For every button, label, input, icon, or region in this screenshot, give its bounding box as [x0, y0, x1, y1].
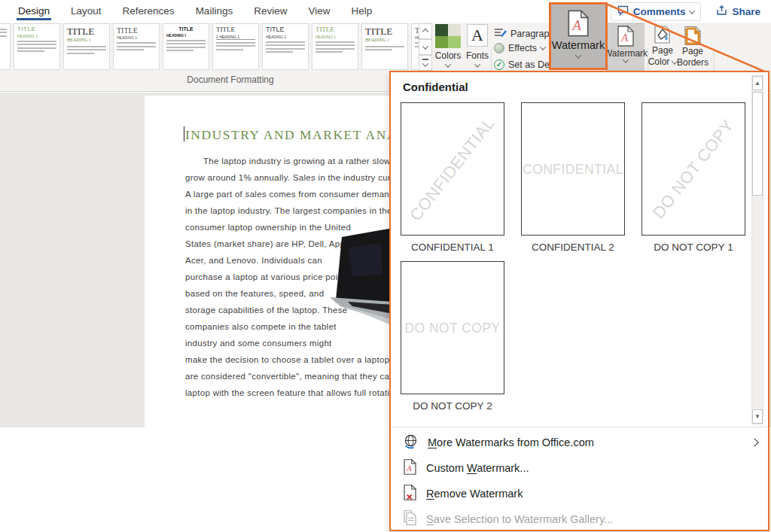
- tab-layout[interactable]: Layout: [60, 0, 112, 23]
- share-button[interactable]: Share: [712, 3, 765, 20]
- globe-icon: [404, 434, 418, 451]
- menu-item-custom-watermark[interactable]: A Custom Watermark...: [391, 455, 768, 481]
- tab-review[interactable]: Review: [243, 0, 297, 23]
- comments-button[interactable]: Comments: [611, 2, 702, 21]
- panel-scrollbar[interactable]: ▲ ▼: [751, 75, 763, 424]
- document-page[interactable]: INDUSTRY AND MARKET ANALYSIS The laptop …: [145, 96, 422, 427]
- colors-icon: [435, 24, 461, 48]
- page-borders-button[interactable]: Page Borders: [676, 26, 709, 68]
- menu-item-save-selection-to-gallery: Save Selection to Watermark Gallery...: [391, 506, 768, 532]
- style-set-thumbnail[interactable]: TITLE HEADING 1: [411, 23, 419, 70]
- share-icon: [716, 5, 727, 18]
- style-set-thumbnail[interactable]: TITLE HEADING 1: [113, 23, 160, 70]
- text-cursor: [184, 126, 184, 141]
- save-gallery-icon: [404, 510, 416, 528]
- style-set-thumbnail[interactable]: TITLE HEADING 1: [14, 23, 60, 70]
- watermark-option-do-not-copy-1[interactable]: DO NOT COPY: [641, 102, 745, 236]
- gallery-more-button[interactable]: [419, 55, 432, 71]
- colors-button[interactable]: Colors: [433, 24, 463, 72]
- remove-watermark-icon: [404, 485, 416, 503]
- gallery-scroll-down-button[interactable]: [419, 39, 432, 55]
- paragraph-spacing-icon: [494, 27, 507, 41]
- style-set-thumbnail[interactable]: TITLE HEADING 1: [63, 23, 110, 70]
- chevron-down-icon: [575, 52, 581, 58]
- svg-text:A: A: [406, 464, 412, 473]
- watermark-button[interactable]: A Watermark: [607, 23, 645, 73]
- comment-bubble-icon: [617, 5, 629, 18]
- watermark-dropdown-panel: Confidential CONFIDENTIAL CONFIDENTIAL D…: [389, 71, 769, 531]
- style-set-thumbnail[interactable]: TITLE HEADING 1: [262, 23, 309, 70]
- page-color-icon: [653, 26, 672, 45]
- tab-view[interactable]: View: [297, 0, 340, 23]
- fonts-button[interactable]: A Fonts: [462, 24, 492, 72]
- scroll-down-button[interactable]: ▼: [752, 409, 763, 424]
- chevron-down-icon: [445, 61, 451, 67]
- watermark-callout[interactable]: A Watermark: [549, 2, 608, 70]
- chevron-down-icon: [540, 44, 546, 50]
- watermark-option-confidential-1[interactable]: CONFIDENTIAL: [401, 102, 504, 236]
- watermark-icon: A: [617, 26, 634, 47]
- svg-text:A: A: [571, 17, 581, 33]
- paragraph-spacing-button[interactable]: Paragraph: [494, 27, 554, 41]
- style-set-thumbnail[interactable]: TITLE HEADING 1: [312, 23, 358, 70]
- menu-item-remove-watermark[interactable]: Remove Watermark: [391, 481, 768, 506]
- watermark-section-title: Confidential: [403, 81, 468, 93]
- tab-help[interactable]: Help: [340, 0, 382, 23]
- style-set-thumbnail[interactable]: [0, 23, 11, 70]
- menu-item-more-watermarks[interactable]: More Watermarks from Office.com: [391, 430, 768, 455]
- tab-mailings[interactable]: Mailings: [185, 0, 244, 23]
- menu-separator: [391, 427, 768, 427]
- submenu-arrow-icon: [750, 438, 758, 446]
- style-set-thumbnail[interactable]: TITLE HEADING 1: [361, 23, 408, 70]
- set-as-default-button[interactable]: ✓ Set as Defa: [494, 59, 557, 70]
- page-color-button[interactable]: Page Color: [646, 26, 679, 68]
- svg-text:A: A: [620, 32, 629, 44]
- watermark-option-confidential-2[interactable]: CONFIDENTIAL: [521, 102, 625, 236]
- gallery-scroll-up-button[interactable]: [419, 23, 432, 39]
- effects-icon: [494, 43, 504, 53]
- laptop-image[interactable]: [325, 228, 393, 340]
- style-set-thumbnail[interactable]: TITLE HEADING I: [163, 23, 209, 70]
- tab-design[interactable]: Design: [8, 0, 60, 23]
- custom-watermark-icon: A: [404, 459, 416, 477]
- watermark-option-do-not-copy-2[interactable]: DO NOT COPY: [401, 261, 504, 394]
- checkmark-icon: ✓: [494, 59, 504, 70]
- page-borders-icon: [684, 26, 702, 46]
- style-set-gallery: TITLE HEADING 1 TITLE HEADING 1 TITLE HE…: [0, 23, 419, 71]
- scrollbar-thumb[interactable]: [752, 92, 763, 196]
- scroll-up-button[interactable]: ▲: [752, 76, 763, 90]
- tab-references[interactable]: References: [112, 0, 185, 23]
- effects-button[interactable]: Effects: [494, 43, 545, 53]
- style-set-thumbnail[interactable]: TITLE 1 HEADING 1: [212, 23, 259, 70]
- watermark-icon: A: [568, 10, 589, 37]
- chevron-down-icon[interactable]: [689, 8, 695, 14]
- chevron-down-icon: [474, 61, 480, 67]
- fonts-icon: A: [467, 24, 488, 47]
